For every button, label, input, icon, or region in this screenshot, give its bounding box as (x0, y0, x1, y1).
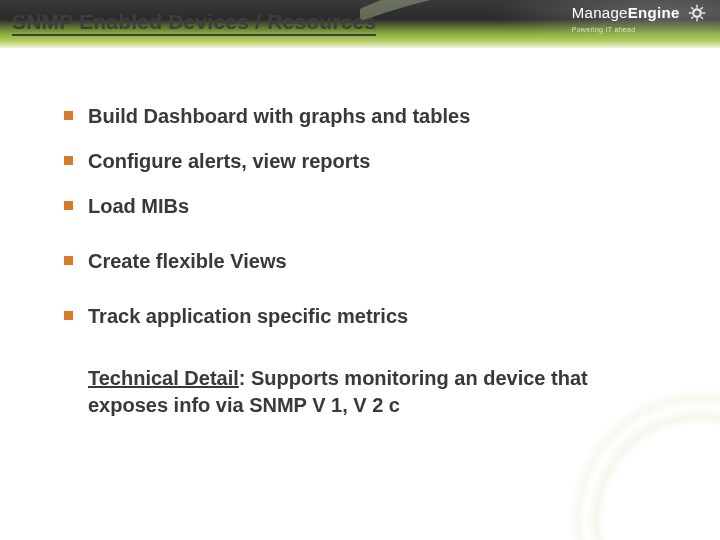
brand-name-bold: Engine (628, 4, 680, 21)
svg-rect-1 (696, 5, 698, 8)
svg-point-0 (693, 9, 701, 17)
bullet-list: Build Dashboard with graphs and tables C… (64, 104, 644, 329)
list-item: Load MIBs (64, 194, 644, 219)
list-item: Track application specific metrics (64, 304, 644, 329)
slide: SNMP Enabled Devices / Resources ManageE… (0, 0, 720, 540)
svg-rect-8 (700, 16, 703, 19)
slide-title: SNMP Enabled Devices / Resources (12, 10, 376, 34)
technical-detail-label: Technical Detail (88, 367, 239, 389)
svg-rect-5 (700, 7, 703, 10)
svg-rect-7 (691, 7, 694, 10)
svg-rect-4 (702, 12, 705, 14)
list-item: Configure alerts, view reports (64, 149, 644, 174)
brand-logo: ManageEngine Powerin (572, 4, 706, 33)
svg-rect-2 (696, 18, 698, 21)
gear-icon (688, 4, 706, 24)
list-item: Build Dashboard with graphs and tables (64, 104, 644, 129)
list-item-text: Configure alerts, view reports (88, 150, 370, 172)
list-item-text: Track application specific metrics (88, 305, 408, 327)
list-item-text: Build Dashboard with graphs and tables (88, 105, 470, 127)
content-area: Build Dashboard with graphs and tables C… (64, 104, 644, 419)
technical-detail: Technical Detail: Supports monitoring an… (88, 365, 644, 419)
list-item-text: Create flexible Views (88, 250, 287, 272)
svg-rect-6 (691, 16, 694, 19)
list-item: Create flexible Views (64, 249, 644, 274)
brand-tagline: Powering IT ahead (572, 26, 706, 33)
brand-name-light: Manage (572, 4, 628, 21)
svg-rect-3 (689, 12, 692, 14)
slide-title-text: SNMP Enabled Devices / Resources (12, 10, 376, 36)
brand-logo-text: ManageEngine (572, 4, 706, 24)
list-item-text: Load MIBs (88, 195, 189, 217)
